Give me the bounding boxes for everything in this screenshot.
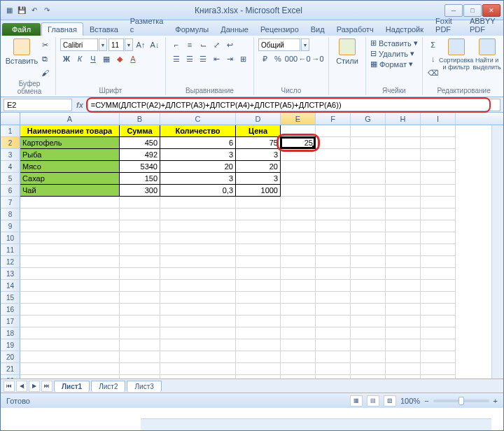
cell[interactable] [281, 363, 316, 375]
cell[interactable] [421, 327, 456, 339]
cell[interactable] [351, 232, 386, 244]
cell[interactable] [421, 209, 456, 220]
cell[interactable] [421, 185, 456, 197]
cell[interactable] [421, 339, 456, 351]
row-header[interactable]: 8 [1, 209, 20, 220]
sheet-tab[interactable]: Лист2 [91, 381, 125, 392]
select-all-corner[interactable] [1, 113, 20, 125]
cell[interactable] [351, 280, 386, 292]
cell[interactable] [281, 339, 316, 351]
cell[interactable]: 300 [120, 185, 160, 197]
cell[interactable] [20, 244, 120, 256]
cell[interactable] [281, 149, 316, 161]
paste-button[interactable]: Вставить [8, 38, 36, 65]
cell[interactable]: 25 [281, 137, 316, 149]
cell[interactable] [351, 197, 386, 209]
copy-icon[interactable]: ⧉ [38, 52, 51, 65]
cell[interactable] [386, 173, 421, 185]
cell[interactable] [351, 256, 386, 268]
normal-view-icon[interactable]: ▦ [350, 395, 363, 407]
cell[interactable] [160, 280, 236, 292]
column-header[interactable]: C [160, 113, 236, 125]
cell[interactable] [120, 232, 160, 244]
italic-icon[interactable]: К [74, 52, 86, 65]
cell[interactable] [160, 197, 236, 209]
page-layout-view-icon[interactable]: ▤ [367, 395, 379, 407]
cell[interactable] [386, 220, 421, 232]
format-cells-button[interactable]: ▦Формат ▾ [370, 59, 418, 69]
row-header[interactable]: 4 [1, 161, 20, 173]
cell[interactable] [386, 185, 421, 197]
cell[interactable]: 0,3 [160, 185, 236, 197]
wrap-text-icon[interactable]: ↩ [223, 38, 236, 51]
bold-icon[interactable]: Ж [60, 52, 73, 65]
cell[interactable] [386, 268, 421, 280]
row-header[interactable]: 11 [1, 244, 20, 256]
column-header[interactable]: B [120, 113, 160, 125]
font-size-select[interactable]: ▼ [108, 38, 133, 51]
cell[interactable] [236, 197, 281, 209]
percent-icon[interactable]: % [272, 52, 284, 65]
cell[interactable] [236, 327, 281, 339]
row-header[interactable]: 12 [1, 256, 20, 268]
cell[interactable] [20, 280, 120, 292]
name-box[interactable]: ▼ [4, 99, 72, 111]
row-header[interactable]: 14 [1, 280, 20, 292]
cell[interactable]: 450 [120, 137, 160, 149]
last-sheet-icon[interactable]: ⏭ [41, 381, 52, 392]
cell[interactable] [421, 125, 456, 137]
sheet-tab[interactable]: Лист3 [127, 381, 161, 392]
cell[interactable] [316, 327, 351, 339]
cell[interactable] [160, 304, 236, 316]
styles-button[interactable]: Стили [333, 38, 361, 65]
merge-icon[interactable]: ⊞ [237, 52, 249, 65]
cell[interactable] [386, 149, 421, 161]
row-header[interactable]: 7 [1, 197, 20, 209]
column-header[interactable]: H [386, 113, 421, 125]
cell[interactable] [351, 137, 386, 149]
cell[interactable] [316, 232, 351, 244]
cell[interactable] [236, 351, 281, 363]
cell[interactable] [20, 232, 120, 244]
increase-font-icon[interactable]: A↑ [134, 38, 147, 51]
cell[interactable] [236, 375, 281, 379]
tab-foxit[interactable]: Foxit PDF [430, 15, 463, 36]
cell[interactable] [281, 304, 316, 316]
row-header[interactable]: 16 [1, 304, 20, 316]
chevron-down-icon[interactable]: ▼ [301, 38, 309, 51]
cell[interactable] [316, 209, 351, 220]
tab-layout[interactable]: Разметка с [125, 15, 169, 36]
row-header[interactable]: 20 [1, 351, 20, 363]
cell[interactable]: Рыба [20, 149, 120, 161]
cell[interactable]: Цена [236, 125, 281, 137]
column-header[interactable]: D [236, 113, 281, 125]
cell[interactable]: 3 [236, 173, 281, 185]
cell[interactable] [351, 209, 386, 220]
vertical-scrollbar[interactable] [491, 125, 503, 379]
cell[interactable] [236, 292, 281, 304]
align-left-icon[interactable]: ☰ [170, 52, 183, 65]
file-tab[interactable]: Файл [2, 23, 41, 36]
cell[interactable] [386, 280, 421, 292]
first-sheet-icon[interactable]: ⏮ [4, 381, 15, 392]
cell[interactable]: 150 [120, 173, 160, 185]
cell[interactable] [120, 244, 160, 256]
row-header[interactable]: 2 [1, 137, 20, 149]
cell[interactable] [281, 185, 316, 197]
font-color-icon[interactable]: A [127, 52, 139, 65]
cell[interactable] [351, 375, 386, 379]
cell[interactable] [160, 256, 236, 268]
cell[interactable] [386, 197, 421, 209]
row-header[interactable]: 18 [1, 327, 20, 339]
cell[interactable] [386, 316, 421, 327]
cell[interactable]: 3 [236, 149, 281, 161]
column-header[interactable]: I [421, 113, 456, 125]
cell[interactable] [281, 232, 316, 244]
cell[interactable] [386, 244, 421, 256]
tab-insert[interactable]: Вставка [84, 23, 124, 36]
row-header[interactable]: 10 [1, 232, 20, 244]
cell[interactable] [351, 363, 386, 375]
cell[interactable] [421, 232, 456, 244]
cell[interactable] [120, 280, 160, 292]
row-header[interactable]: 6 [1, 185, 20, 197]
